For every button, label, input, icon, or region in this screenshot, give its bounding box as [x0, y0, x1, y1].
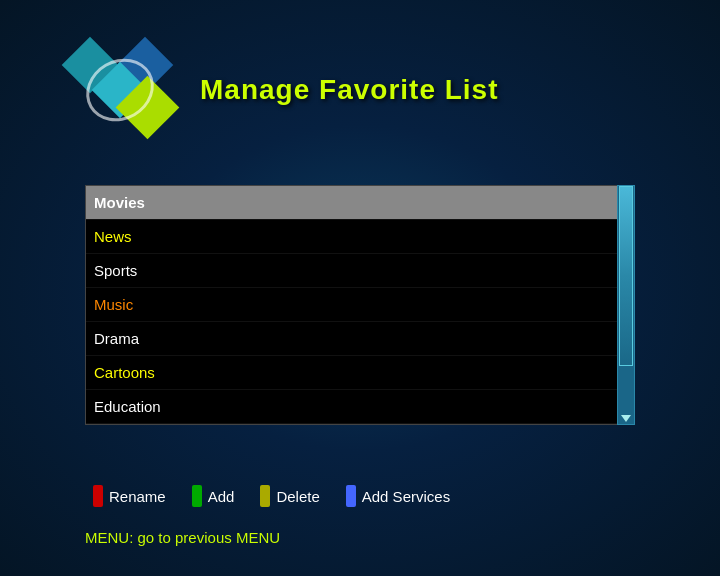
- logo-diamonds: [60, 40, 180, 140]
- list-item-name: Movies: [94, 194, 596, 211]
- scroll-down-arrow: [621, 415, 631, 422]
- list-item[interactable]: Drama0: [86, 322, 634, 356]
- list-item[interactable]: Sports0: [86, 254, 634, 288]
- list-item-name: Music: [94, 296, 596, 313]
- favorite-list: Movies0News0Sports0Music0Drama0Cartoons0…: [85, 185, 635, 425]
- toolbar-button-add[interactable]: Add: [184, 481, 243, 511]
- button-indicator: [260, 485, 270, 507]
- scrollbar-thumb[interactable]: [619, 186, 633, 366]
- toolbar-button-add-services[interactable]: Add Services: [338, 481, 458, 511]
- list-item-name: Drama: [94, 330, 596, 347]
- list-item[interactable]: Music0: [86, 288, 634, 322]
- list-item[interactable]: Movies0: [86, 186, 634, 220]
- logo-area: Manage Favorite List: [60, 40, 499, 140]
- toolbar-button-rename[interactable]: Rename: [85, 481, 174, 511]
- toolbar-button-delete[interactable]: Delete: [252, 481, 327, 511]
- button-label: Add Services: [362, 488, 450, 505]
- toolbar: RenameAddDeleteAdd Services: [85, 481, 635, 511]
- list-item-name: Cartoons: [94, 364, 596, 381]
- button-label: Delete: [276, 488, 319, 505]
- list-item-name: News: [94, 228, 596, 245]
- scrollbar[interactable]: [617, 185, 635, 425]
- button-indicator: [93, 485, 103, 507]
- list-item[interactable]: News0: [86, 220, 634, 254]
- bottom-hint: MENU: go to previous MENU: [85, 529, 280, 546]
- button-label: Add: [208, 488, 235, 505]
- list-item-name: Education: [94, 398, 596, 415]
- button-indicator: [346, 485, 356, 507]
- app-title: Manage Favorite List: [200, 74, 499, 106]
- list-item-name: Sports: [94, 262, 596, 279]
- button-indicator: [192, 485, 202, 507]
- list-item[interactable]: Education0: [86, 390, 634, 424]
- list-item[interactable]: Cartoons0: [86, 356, 634, 390]
- button-label: Rename: [109, 488, 166, 505]
